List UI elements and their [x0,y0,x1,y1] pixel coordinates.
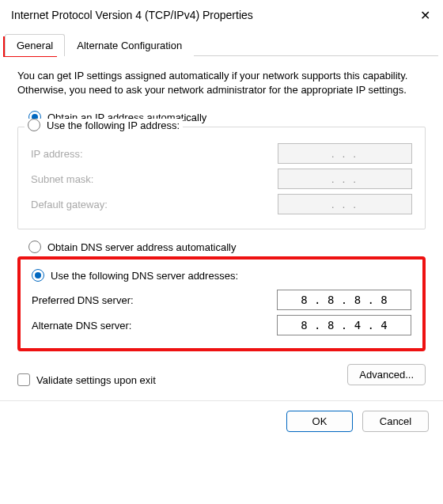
highlight-box-dns: Use the following DNS server addresses: … [17,256,426,351]
radio-dns-auto[interactable] [28,241,41,253]
dialog-footer: OK Cancel [0,400,443,441]
alternate-dns-label: Alternate DNS server: [32,320,131,332]
dns-manual-radio-row[interactable]: Use the following DNS server addresses: [32,269,411,282]
window-title: Internet Protocol Version 4 (TCP/IPv4) P… [11,9,253,21]
subnet-label: Subnet mask: [31,173,94,185]
validate-label: Validate settings upon exit [36,374,156,386]
dns-auto-label: Obtain DNS server address automatically [47,241,236,253]
cancel-button[interactable]: Cancel [362,411,429,432]
ip-address-label: IP address: [31,148,83,160]
advanced-button[interactable]: Advanced... [347,364,426,385]
close-icon[interactable]: ✕ [418,8,432,22]
dns-manual-label: Use the following DNS server addresses: [51,270,238,282]
gateway-label: Default gateway: [31,199,108,210]
validate-checkbox[interactable] [17,373,30,386]
ok-button[interactable]: OK [286,411,353,432]
alternate-dns-input[interactable]: 8 . 8 . 4 . 4 [277,315,411,335]
ip-manual-group: Use the following IP address: IP address… [17,127,426,229]
dns-auto-radio-row[interactable]: Obtain DNS server address automatically [28,241,426,253]
preferred-dns-label: Preferred DNS server: [32,294,134,306]
tab-alternate[interactable]: Alternate Configuration [65,34,194,56]
ip-manual-label: Use the following IP address: [47,119,180,131]
gateway-input: . . . [278,194,412,214]
subnet-input: . . . [278,169,412,189]
tab-general[interactable]: General [5,34,65,56]
validate-checkbox-row[interactable]: Validate settings upon exit [17,373,156,386]
tab-strip: General Alternate Configuration [5,28,438,56]
preferred-dns-input[interactable]: 8 . 8 . 8 . 8 [277,290,411,310]
description-text: You can get IP settings assigned automat… [17,69,426,97]
ip-address-input: . . . [278,143,412,164]
radio-ip-manual[interactable] [28,119,40,131]
radio-dns-manual[interactable] [32,269,44,282]
